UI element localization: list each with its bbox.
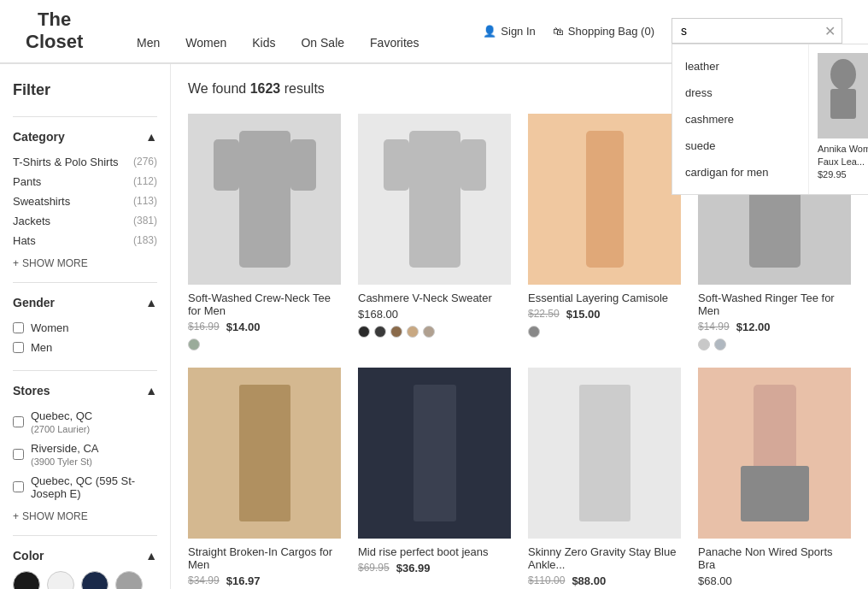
swatch-black-circle[interactable]	[13, 571, 40, 589]
checkbox-store-0[interactable]	[13, 416, 24, 427]
nav-item-men[interactable]: Men	[137, 23, 160, 62]
original-price-4: $34.99	[188, 574, 220, 586]
header: The Closet Men Women Kids On Sale Favori…	[0, 0, 868, 63]
results-label: We found	[188, 81, 246, 96]
filter-store-0[interactable]: Quebec, QC (2700 Laurier)	[13, 406, 157, 439]
nav-item-kids[interactable]: Kids	[252, 23, 275, 62]
checkbox-women[interactable]	[13, 322, 24, 333]
product-card-7[interactable]: Panache Non Wired Sports Bra $68.00	[698, 368, 851, 589]
suggestion-cardigan[interactable]: cardigan for men	[672, 159, 808, 186]
swatch-black[interactable]: Black	[13, 571, 40, 589]
sign-in-label: Sign In	[501, 25, 535, 38]
filter-section-color: Color ▲ Black White Navy Gray	[13, 535, 157, 589]
color-title: Color	[13, 549, 44, 562]
suggestion-cashmere[interactable]: cashmere	[672, 106, 808, 133]
product-card-4[interactable]: Straight Broken-In Cargos for Men $34.99…	[188, 368, 341, 589]
swatch-gray[interactable]: Gray	[115, 571, 143, 589]
checkbox-store-1[interactable]	[13, 449, 24, 460]
dropdown-product-image-0	[818, 53, 868, 138]
color-dot	[528, 326, 540, 338]
filter-label-sweatshirts: Sweatshirts	[13, 195, 70, 208]
gender-header[interactable]: Gender ▲	[13, 296, 157, 309]
product-image-0	[188, 114, 341, 285]
swatch-navy-circle[interactable]	[81, 571, 108, 589]
product-card-6[interactable]: Skinny Zero Gravity Stay Blue Ankle... $…	[528, 368, 681, 589]
category-show-more[interactable]: + SHOW MORE	[13, 257, 157, 269]
color-dot	[374, 326, 386, 338]
product-colors-0	[188, 339, 341, 350]
search-wrapper: ✕ leather dress cashmere suede cardigan …	[672, 18, 842, 44]
filter-section-category: Category ▲ T-Shirts & Polo Shirts (276) …	[13, 116, 157, 282]
price-1: $168.00	[358, 308, 398, 321]
original-price-2: $22.50	[528, 308, 560, 320]
color-dot	[188, 339, 200, 350]
product-card-0[interactable]: Soft-Washed Crew-Neck Tee for Men $16.99…	[188, 114, 341, 350]
product-card-2[interactable]: Essential Layering Camisole $22.50 $15.0…	[528, 114, 681, 350]
filter-store-1[interactable]: Riverside, CA (3900 Tyler St)	[13, 439, 157, 471]
svg-rect-6	[290, 139, 316, 191]
search-dropdown-products: Annika Women's Faux Lea... $29.95 High-R…	[809, 44, 868, 194]
filter-label-store-2: Quebec, QC (595 St-Joseph E)	[31, 474, 157, 500]
filter-label-store-1: Riverside, CA (3900 Tyler St)	[31, 442, 98, 468]
product-card-5[interactable]: Mid rise perfect boot jeans $69.95 $36.9…	[358, 368, 511, 589]
suggestion-leather[interactable]: leather	[672, 53, 808, 80]
stores-show-more[interactable]: + SHOW MORE	[13, 510, 157, 522]
suggestion-suede[interactable]: suede	[672, 133, 808, 159]
product-prices-6: $110.00 $88.00	[528, 574, 681, 587]
nav-item-favorites[interactable]: Favorites	[370, 23, 419, 62]
category-title: Category	[13, 130, 65, 144]
filter-women[interactable]: Women	[13, 318, 157, 338]
filter-count-jackets: (381)	[133, 215, 157, 227]
logo[interactable]: The Closet	[26, 9, 83, 54]
svg-rect-15	[413, 385, 456, 521]
search-dropdown: leather dress cashmere suede cardigan fo…	[672, 44, 868, 195]
filter-item-hats[interactable]: Hats (183)	[13, 231, 157, 250]
shopping-bag-link[interactable]: 🛍 Shopping Bag (0)	[553, 25, 654, 38]
filter-men[interactable]: Men	[13, 338, 157, 357]
category-header[interactable]: Category ▲	[13, 130, 157, 144]
filter-section-stores: Stores ▲ Quebec, QC (2700 Laurier) River…	[13, 370, 157, 535]
shopping-bag-label: Shopping Bag (0)	[568, 25, 654, 38]
filter-item-pants[interactable]: Pants (112)	[13, 172, 157, 191]
plus-icon: +	[13, 257, 19, 269]
filter-item-sweatshirts[interactable]: Sweatshirts (113)	[13, 191, 157, 211]
color-header[interactable]: Color ▲	[13, 549, 157, 562]
search-input[interactable]	[672, 18, 842, 44]
user-icon: 👤	[483, 25, 496, 38]
dropdown-product-name-0: Annika Women's Faux Lea...	[818, 143, 868, 168]
checkbox-store-2[interactable]	[13, 481, 24, 492]
filter-label-store-0: Quebec, QC (2700 Laurier)	[31, 409, 92, 435]
filter-label-tshirts: T-Shirts & Polo Shirts	[13, 156, 119, 168]
sign-in-link[interactable]: 👤 Sign In	[483, 25, 535, 38]
product-card-1[interactable]: Cashmere V-Neck Sweater $168.00	[358, 114, 511, 350]
svg-rect-1	[830, 89, 856, 119]
product-name-4: Straight Broken-In Cargos for Men	[188, 545, 341, 571]
product-prices-7: $68.00	[698, 574, 851, 587]
sidebar: Filter Category ▲ T-Shirts & Polo Shirts…	[0, 64, 171, 589]
filter-item-tshirts[interactable]: T-Shirts & Polo Shirts (276)	[13, 152, 157, 172]
nav-item-on-sale[interactable]: On Sale	[301, 23, 344, 62]
search-container: ✕	[672, 18, 842, 44]
nav-item-women[interactable]: Women	[185, 23, 226, 62]
filter-item-jackets[interactable]: Jackets (381)	[13, 211, 157, 231]
swatch-gray-circle[interactable]	[115, 571, 143, 589]
suggestion-dress[interactable]: dress	[672, 80, 808, 106]
checkbox-men[interactable]	[13, 342, 24, 353]
original-price-5: $69.95	[358, 562, 390, 574]
main-nav: Men Women Kids On Sale Favorites	[111, 23, 445, 62]
dropdown-product-0[interactable]: Annika Women's Faux Lea... $29.95	[818, 53, 868, 186]
search-clear-button[interactable]: ✕	[824, 23, 836, 39]
svg-rect-9	[460, 139, 486, 191]
swatch-navy[interactable]: Navy	[81, 571, 108, 589]
product-prices-5: $69.95 $36.99	[358, 562, 511, 574]
product-colors-1	[358, 326, 511, 338]
color-swatches: Black White Navy Gray Beige	[13, 571, 157, 589]
product-name-1: Cashmere V-Neck Sweater	[358, 292, 511, 304]
swatch-white[interactable]: White	[47, 571, 74, 589]
swatch-white-circle[interactable]	[47, 571, 74, 589]
stores-header[interactable]: Stores ▲	[13, 384, 157, 398]
filter-store-2[interactable]: Quebec, QC (595 St-Joseph E)	[13, 471, 157, 504]
product-prices-2: $22.50 $15.00	[528, 308, 681, 321]
product-prices-0: $16.99 $14.00	[188, 321, 341, 333]
price-7: $68.00	[698, 574, 732, 587]
